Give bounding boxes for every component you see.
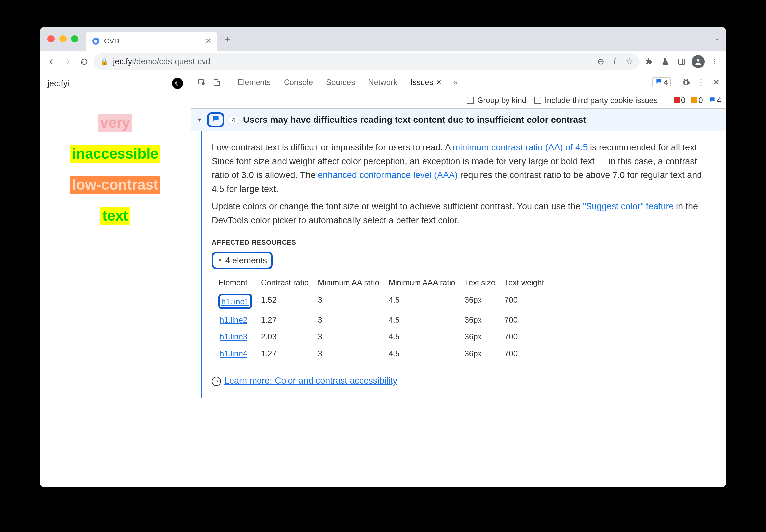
sample-text-3: low-contrast (70, 176, 160, 194)
col-weight: Text weight (505, 275, 553, 291)
close-window-button[interactable] (47, 35, 55, 42)
group-by-kind-checkbox[interactable]: Group by kind (467, 96, 526, 105)
issue-paragraph-1: Low-contrast text is difficult or imposs… (212, 141, 715, 196)
new-tab-button[interactable]: ＋ (221, 32, 234, 46)
issue-title: Users may have difficulties reading text… (243, 115, 586, 125)
sample-text-4: text (100, 207, 130, 225)
tab-issues[interactable]: Issues✕ (405, 72, 447, 92)
disclosure-triangle-icon[interactable]: ▼ (197, 117, 202, 123)
url-host: jec.fyi (113, 57, 134, 66)
issue-paragraph-2: Update colors or change the font size or… (212, 200, 715, 227)
col-size: Text size (465, 275, 504, 291)
device-icon[interactable] (210, 75, 224, 89)
third-party-checkbox[interactable]: Include third-party cookie issues (534, 96, 658, 105)
link-aaa[interactable]: enhanced conformance level (AAA) (318, 170, 458, 180)
affected-elements-table: Element Contrast ratio Minimum AA ratio … (218, 274, 553, 362)
tab-dropdown-icon[interactable]: ⌄ (714, 34, 720, 41)
affected-count-annotation[interactable]: ▼ 4 elements (212, 252, 273, 269)
tab-console[interactable]: Console (278, 72, 319, 92)
sample-text-2: inaccessible (70, 145, 160, 163)
col-aaa: Minimum AAA ratio (389, 275, 464, 291)
devtools-tab-bar: Elements Console Sources Network Issues✕… (191, 72, 726, 92)
issue-icon-annotation (207, 112, 224, 127)
link-suggest-color[interactable]: "Suggest color" feature (583, 201, 674, 211)
minimize-window-button[interactable] (59, 35, 66, 42)
browser-window: CVD ✕ ＋ ⌄ 🔒 jec.fyi/demo/cds-quest-cvd ⊖… (40, 27, 726, 487)
col-aa: Minimum AA ratio (318, 275, 388, 291)
issue-body: Low-contrast text is difficult or imposs… (191, 131, 726, 398)
arrow-circle-icon: → (212, 377, 221, 386)
table-row: h1.line3 2.03 3 4.5 36px 700 (218, 329, 553, 345)
svg-rect-7 (217, 81, 220, 85)
col-element: Element (218, 275, 260, 291)
sample-text-1: very (98, 114, 132, 132)
zoom-icon[interactable]: ⊖ (597, 57, 604, 66)
close-tab-icon[interactable]: ✕ (205, 37, 211, 45)
menu-button[interactable]: ⋮ (707, 54, 722, 69)
dark-mode-toggle[interactable]: ☾ (172, 78, 183, 89)
back-button[interactable] (44, 54, 59, 69)
browser-tab[interactable]: CVD ✕ (86, 32, 217, 51)
col-ratio: Contrast ratio (261, 275, 317, 291)
devtools-panel: Elements Console Sources Network Issues✕… (191, 72, 726, 487)
triangle-icon: ▼ (217, 256, 223, 265)
messages-icon (655, 78, 662, 87)
tab-sources[interactable]: Sources (320, 72, 361, 92)
content-area: jec.fyi ☾ very inaccessible low-contrast… (40, 72, 726, 487)
favicon-icon (92, 37, 100, 45)
maximize-window-button[interactable] (71, 35, 78, 42)
address-bar[interactable]: 🔒 jec.fyi/demo/cds-quest-cvd ⊖ ⇧ ☆ (93, 53, 640, 70)
table-row: h1.line1 1.52 3 4.5 36px 700 (218, 292, 553, 311)
share-icon[interactable]: ⇧ (612, 57, 619, 66)
message-icon (211, 115, 220, 125)
issue-stats: 0 0 4 (674, 96, 721, 105)
browser-toolbar: 🔒 jec.fyi/demo/cds-quest-cvd ⊖ ⇧ ☆ ⋮ (40, 51, 726, 72)
page-viewport: jec.fyi ☾ very inaccessible low-contrast… (40, 72, 191, 487)
table-row: h1.line4 1.27 3 4.5 36px 700 (218, 345, 553, 361)
warnings-count[interactable]: 0 (691, 96, 703, 105)
affected-resources-heading: AFFECTED RESOURCES (212, 237, 715, 248)
reload-button[interactable] (77, 54, 92, 69)
url-path: /demo/cds-quest-cvd (134, 57, 210, 66)
tab-elements[interactable]: Elements (232, 72, 277, 92)
issue-count-badge: 4 (229, 116, 238, 124)
element-link[interactable]: h1.line2 (220, 315, 247, 324)
svg-point-4 (697, 59, 700, 62)
inspect-icon[interactable] (195, 75, 208, 89)
link-min-contrast[interactable]: minimum contrast ratio (AA) of 4.5 (453, 143, 588, 152)
svg-point-1 (94, 40, 98, 43)
settings-icon[interactable] (679, 78, 693, 87)
lock-icon: 🔒 (100, 58, 108, 66)
labs-icon[interactable] (658, 54, 673, 69)
page-content: very inaccessible low-contrast text (40, 94, 191, 244)
bookmark-icon[interactable]: ☆ (626, 57, 633, 66)
extensions-icon[interactable] (642, 54, 656, 69)
tab-network[interactable]: Network (362, 72, 403, 92)
tab-strip: CVD ✕ ＋ ⌄ (40, 27, 726, 51)
element-link[interactable]: h1.line1 (221, 297, 249, 306)
learn-more-link[interactable]: Learn more: Color and contrast accessibi… (224, 376, 397, 386)
tab-title: CVD (104, 37, 119, 45)
errors-count[interactable]: 0 (674, 96, 685, 105)
page-brand: jec.fyi (47, 78, 69, 89)
element-link[interactable]: h1.line3 (220, 332, 247, 341)
table-row: h1.line2 1.27 3 4.5 36px 700 (218, 312, 553, 328)
svg-rect-2 (679, 59, 685, 64)
messages-count[interactable]: 4 (709, 96, 721, 105)
element-link[interactable]: h1.line4 (220, 349, 247, 358)
window-controls (45, 29, 82, 48)
close-devtools-icon[interactable]: ✕ (709, 78, 723, 87)
learn-more: →Learn more: Color and contrast accessib… (212, 374, 715, 388)
issues-counter[interactable]: 4 (652, 77, 671, 87)
forward-button[interactable] (61, 54, 75, 69)
issues-filter-bar: Group by kind Include third-party cookie… (191, 92, 726, 109)
panel-icon[interactable] (674, 54, 689, 69)
issue-header[interactable]: ▼ 4 Users may have difficulties reading … (191, 109, 726, 131)
profile-button[interactable] (691, 54, 705, 69)
more-tabs-icon[interactable]: » (449, 75, 463, 89)
kebab-icon[interactable]: ⋮ (694, 78, 708, 87)
close-tab-icon[interactable]: ✕ (436, 78, 442, 86)
